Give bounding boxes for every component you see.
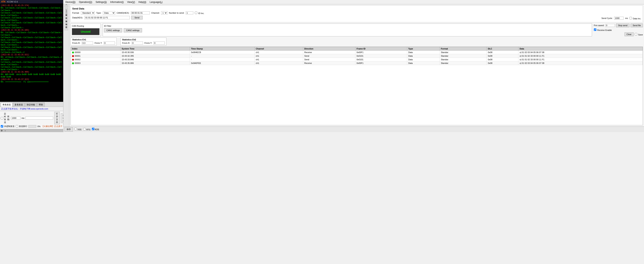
hex-send-checkbox[interactable] — [1, 125, 3, 127]
data-table-container[interactable]: Index System Time Time Stamp Channel Dir… — [70, 47, 322, 125]
type-select[interactable]: Data Remote — [103, 11, 115, 15]
sidebar-serial-select[interactable]: 串口选 — [64, 5, 68, 7]
cell-index: 00000 — [71, 51, 120, 54]
unused-button[interactable]: Unused — [72, 28, 100, 35]
16x-checkbox[interactable] — [74, 128, 77, 130]
cell-index: 00003 — [71, 61, 120, 65]
send-bottom: 定时发送 周期: ms 打开文件 发送文 16进制发送 发送新行 0% 【火爆全… — [0, 111, 63, 129]
stats-section: Statistics:Ch1 Frm/s R: Frm/s T: Statist… — [70, 38, 322, 46]
can2-settings-button[interactable]: CAN2 settings — [124, 28, 142, 32]
cell-channel: ch1 — [254, 61, 303, 65]
time-label-bottom: 时间 — [92, 128, 99, 131]
cell-direction: Receive — [303, 61, 322, 65]
cell-time-stamp: - — [190, 54, 254, 58]
send-data-section: Send Data Format: Standard Extended Type… — [70, 6, 322, 22]
rts-label: RTS — [83, 128, 90, 131]
data-table: Index System Time Time Stamp Channel Dir… — [71, 47, 322, 65]
tab-help[interactable]: 帮助 — [37, 102, 45, 107]
send-text-input[interactable] — [26, 116, 53, 119]
id-inc-label: ID Inc. — [195, 12, 204, 15]
tab-multi-send[interactable]: 多条发送 — [13, 102, 24, 107]
filter-title: ID Filter — [104, 25, 322, 27]
ms-label: ms — [22, 117, 24, 119]
new-line-label: 发送新行 — [16, 125, 27, 128]
send-data-title: Send Data — [72, 7, 322, 10]
canid-label: CANID(HEX): — [117, 12, 129, 14]
menu-settings[interactable]: Settings(S) — [95, 1, 107, 4]
frm-t-input-ch2[interactable] — [154, 42, 165, 45]
footer-text: 正点原子技术论坛：开源电子网:www.openedv.com — [1, 108, 48, 110]
canid-input[interactable] — [131, 11, 150, 15]
id-filter: ID Filter CAN1 settings CAN2 settings — [103, 24, 322, 36]
new-line-checkbox[interactable] — [16, 125, 18, 127]
menu-language[interactable]: Language(L) — [149, 1, 163, 4]
rts-checkbox[interactable] — [83, 128, 86, 130]
menu-device[interactable]: Device(D) — [65, 1, 76, 4]
hex-input[interactable] — [84, 16, 130, 19]
cell-system-time: 15:43:35.886 — [120, 61, 190, 65]
footer-bar: 正点原子技术论坛：开源电子网:www.openedv.com — [0, 107, 63, 111]
sidebar-strip: 串口选 COM7: 波特率: 停止位: 数据位: 检验位: 串口操 — [63, 4, 70, 126]
time-checkbox[interactable] — [92, 128, 94, 130]
stats-ch1-row: Frm/s R: Frm/s T: — [72, 42, 115, 45]
log-area[interactable]: [2023-05-11 15:43:35.574]RX: Callback——C… — [0, 4, 63, 102]
cell-channel: ch1 — [254, 54, 303, 58]
status-bar: ⚙ ▼ — [0, 129, 63, 132]
col-channel: Channel — [254, 47, 303, 51]
cell-channel: ch1 — [254, 51, 303, 54]
cell-index: 00002 — [71, 58, 120, 61]
cell-direction: Send — [303, 58, 322, 61]
menu-help[interactable]: Help(H) — [138, 1, 147, 4]
channel-label: Channel: — [151, 12, 160, 14]
type-label: Type: — [96, 12, 102, 14]
main-content: Send Data Format: Standard Extended Type… — [70, 4, 322, 126]
bottom-link[interactable]: 【火爆全网】正点原子 — [42, 125, 62, 128]
hex-send-label: 16进制发送 — [1, 125, 14, 128]
right-panel: Device(D) Operation(O) Settings(S) Infor… — [63, 0, 322, 132]
period-input[interactable] — [11, 116, 20, 119]
format-select[interactable]: Standard Extended — [81, 11, 95, 15]
sidebar-check: 检验位: — [64, 25, 68, 28]
send-can-button[interactable]: Send — [131, 16, 142, 20]
cell-index: 00001 — [71, 54, 120, 58]
open-file-button[interactable]: 打开文件 — [54, 112, 60, 124]
frm-t-input-ch1[interactable] — [104, 42, 115, 45]
progress-percent: 0% — [38, 125, 40, 127]
cell-direction: Receive — [303, 51, 322, 54]
can1-settings-button[interactable]: CAN1 settings — [104, 28, 122, 32]
timer-send-checkbox[interactable] — [1, 117, 3, 119]
gear-icon[interactable]: ⚙ — [1, 129, 3, 132]
save-btn-bottom[interactable]: 保存 — [64, 127, 73, 131]
id-inc-checkbox[interactable] — [195, 12, 197, 14]
frm-r-label-ch1: Frm/s R: — [72, 42, 80, 44]
table-row: 00001 15:43:32.395 - ch1 Send 0x0101 Dat… — [71, 54, 322, 58]
menu-view[interactable]: View(V) — [126, 1, 136, 4]
right-content: 串口选 COM7: 波特率: 停止位: 数据位: 检验位: 串口操 Send D… — [63, 4, 322, 126]
menu-operation[interactable]: Operation(O) — [78, 1, 93, 4]
tab-protocol[interactable]: 协议传输 — [25, 102, 37, 107]
frm-r-input-ch1[interactable] — [82, 42, 93, 45]
stats-ch1: Statistics:Ch1 Frm/s R: Frm/s T: — [70, 38, 117, 46]
cell-system-time: 15:43:30.936 — [120, 51, 190, 54]
timer-send-label: 定时发送 — [1, 112, 6, 124]
frm-r-label-ch2: Frm/s R: — [122, 42, 130, 44]
period-label: 周期: — [7, 115, 10, 121]
col-system-time: System Time — [120, 47, 190, 51]
menu-information[interactable]: Information(I) — [110, 1, 124, 4]
tab-single-send[interactable]: 单条发送 — [1, 102, 12, 107]
cell-time-stamp: - — [190, 58, 254, 61]
number-input[interactable] — [186, 11, 193, 15]
frm-t-label-ch1: Frm/s T: — [94, 42, 102, 44]
middle-section: CAN Routing Unused ID Filter CAN1 settin… — [70, 24, 322, 36]
filter-buttons: CAN1 settings CAN2 settings — [104, 28, 322, 32]
bottom-tabs: 单条发送 多条发送 协议传输 帮助 — [0, 102, 63, 107]
channel-select[interactable]: 1 2 — [161, 11, 168, 15]
left-panel: ATK XCOM V2.6 [2023-05-11 15:43:35.574]R… — [0, 0, 63, 132]
frm-t-label-ch2: Frm/s T: — [144, 42, 152, 44]
cell-time-stamp: 0x994ECB — [190, 51, 254, 54]
16x-label: 16次 — [74, 128, 82, 131]
frm-r-input-ch2[interactable] — [132, 42, 143, 45]
routing-title: CAN Routing — [72, 25, 100, 27]
cell-channel: ch1 — [254, 58, 303, 61]
format-row: Format: Standard Extended Type: Data Rem… — [72, 11, 322, 15]
